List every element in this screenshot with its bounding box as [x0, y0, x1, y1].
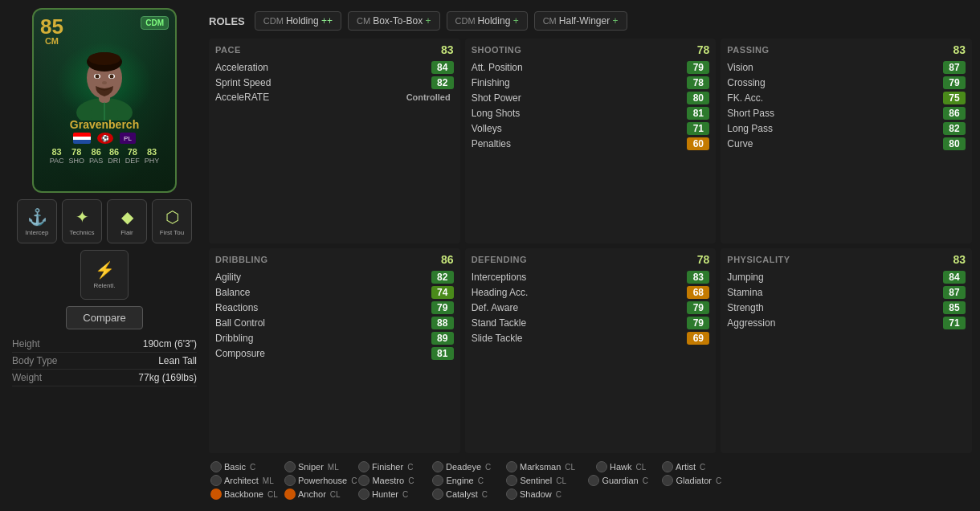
- reactions-value: 79: [431, 301, 454, 314]
- ps-anchor-tier: CL: [330, 490, 341, 499]
- ps-architect: Architect ML: [210, 475, 283, 486]
- reactions-label: Reactions: [215, 302, 431, 313]
- ps-catalyst-tier: C: [482, 490, 488, 499]
- stat-slide-tackle: Slide Tackle 69: [472, 332, 710, 345]
- composure-value: 81: [431, 347, 454, 360]
- aggression-label: Aggression: [727, 317, 943, 329]
- height-label: Height: [12, 338, 40, 350]
- dribbling-total: 86: [441, 253, 454, 266]
- shooting-category: SHOOTING 78 Att. Position 79 Finishing 7…: [465, 39, 717, 243]
- ps-hawk: Hawk CL: [596, 461, 660, 472]
- roles-section: ROLES CDM Holding ++ CM Box-To-Box + CDM…: [209, 8, 972, 34]
- stat-heading-acc: Heading Acc. 68: [472, 286, 710, 299]
- stat-curve: Curve 80: [727, 137, 966, 150]
- ps-gladiator-label: Gladiator: [676, 476, 712, 485]
- physicality-header: PHYSICALITY 83: [727, 253, 966, 266]
- stat-interceptions: Interceptions 83: [472, 271, 710, 284]
- stat-dribbling: Dribbling 89: [215, 332, 454, 345]
- ps-sentinel-tier: CL: [556, 476, 566, 485]
- ps-shadow-dot: [506, 489, 517, 500]
- defending-total: 78: [697, 253, 710, 266]
- player-info: Height 190cm (6'3") Body Type Lean Tall …: [8, 336, 201, 386]
- ps-finisher-label: Finisher: [372, 462, 403, 472]
- ps-artist-tier: C: [700, 463, 705, 472]
- defending-category: DEFENDING 78 Interceptions 83 Heading Ac…: [465, 248, 717, 453]
- ps-architect-label: Architect: [224, 476, 259, 485]
- jumping-value: 84: [943, 271, 966, 284]
- svg-point-8: [110, 74, 114, 78]
- accelerate-label: AcceleRATE: [215, 92, 403, 103]
- ps-engine: Engine C: [432, 475, 504, 486]
- ps-anchor-dot: [284, 489, 296, 500]
- bodytype-value: Lean Tall: [158, 355, 197, 366]
- right-panel: ROLES CDM Holding ++ CM Box-To-Box + CDM…: [209, 8, 972, 503]
- ps-gladiator: Gladiator C: [662, 475, 734, 486]
- ps-sniper-tier: ML: [328, 463, 339, 472]
- heading-acc-label: Heading Acc.: [472, 287, 688, 298]
- long-shots-value: 81: [687, 107, 709, 120]
- stat-long-pass: Long Pass 82: [727, 122, 966, 135]
- height-row: Height 190cm (6'3"): [12, 336, 197, 353]
- ps-hawk-dot: [596, 461, 607, 472]
- ps-backbone-label: Backbone: [224, 489, 263, 499]
- dribbling-category: DRIBBLING 86 Agility 82 Balance 74 React…: [209, 248, 460, 453]
- left-panel: 85 CM CDM: [8, 8, 201, 503]
- short-pass-label: Short Pass: [727, 108, 943, 119]
- stat-composure: Composure 81: [215, 347, 454, 360]
- trait-intercep: ⚓ Intercep: [17, 199, 57, 243]
- ps-marksman-label: Marksman: [520, 462, 561, 472]
- weight-label: Weight: [12, 372, 42, 383]
- ps-engine-dot: [432, 475, 443, 486]
- card-stat-dri: 86 DRI: [108, 147, 120, 165]
- ps-sniper-label: Sniper: [298, 462, 324, 472]
- bodytype-row: Body Type Lean Tall: [12, 353, 197, 370]
- svg-point-9: [102, 81, 107, 84]
- player-rating: 85: [40, 16, 63, 37]
- def-aware-value: 79: [687, 301, 709, 314]
- pace-total: 83: [441, 43, 454, 56]
- vision-value: 87: [943, 61, 966, 74]
- crossing-value: 79: [943, 76, 966, 89]
- ps-engine-label: Engine: [446, 476, 473, 485]
- dribbling-label: Dribbling: [215, 333, 431, 344]
- player-name: Gravenberch: [70, 118, 139, 131]
- stat-jumping: Jumping 84: [727, 271, 966, 284]
- role-cdm-holding-pp: CDM Holding ++: [255, 11, 341, 31]
- trait-technics: ✦ Technics: [62, 199, 102, 243]
- compare-button[interactable]: Compare: [66, 306, 142, 329]
- ps-powerhouse-label: Powerhouse: [298, 476, 347, 485]
- playstyle-row-1: Basic C Sniper ML Finisher C Deadeye C: [210, 461, 970, 472]
- player-silhouette: [60, 44, 149, 121]
- curve-value: 80: [943, 137, 966, 150]
- defending-header: DEFENDING 78: [472, 253, 710, 266]
- stat-sprint-speed: Sprint Speed 82: [215, 76, 454, 89]
- strength-value: 85: [943, 301, 966, 314]
- stamina-value: 87: [943, 286, 966, 299]
- shooting-header: SHOOTING 78: [472, 43, 710, 56]
- player-flag-club: ⚽ PL: [73, 133, 136, 144]
- playstyles-section: Basic C Sniper ML Finisher C Deadeye C: [209, 458, 972, 503]
- acceleration-value: 84: [431, 61, 454, 74]
- stat-penalties: Penalties 60: [472, 137, 710, 150]
- jumping-label: Jumping: [727, 272, 943, 283]
- svg-point-4: [88, 52, 120, 65]
- fk-acc-value: 75: [943, 92, 966, 104]
- stat-finishing: Finishing 78: [472, 76, 710, 89]
- stat-balance: Balance 74: [215, 286, 454, 299]
- shot-power-label: Shot Power: [472, 92, 688, 104]
- shooting-title: SHOOTING: [472, 45, 522, 55]
- penalties-label: Penalties: [472, 138, 688, 149]
- stat-reactions: Reactions 79: [215, 301, 454, 314]
- ps-sentinel-label: Sentinel: [520, 476, 552, 485]
- physicality-category: PHYSICALITY 83 Jumping 84 Stamina 87 Str…: [721, 248, 972, 453]
- weight-value: 77kg (169lbs): [138, 372, 197, 383]
- card-stats-row: 83 PAC 78 SHO 86 PAS 86 DRI 78 DEF: [50, 147, 160, 165]
- passing-category: PASSING 83 Vision 87 Crossing 79 FK. Acc…: [721, 39, 972, 243]
- ps-powerhouse: Powerhouse C: [284, 475, 357, 486]
- ps-hunter-label: Hunter: [372, 489, 398, 499]
- ps-finisher: Finisher C: [358, 461, 431, 472]
- stat-acceleration: Acceleration 84: [215, 61, 454, 74]
- ps-engine-tier: C: [478, 476, 484, 485]
- svg-point-7: [96, 74, 100, 78]
- volleys-value: 71: [687, 122, 709, 135]
